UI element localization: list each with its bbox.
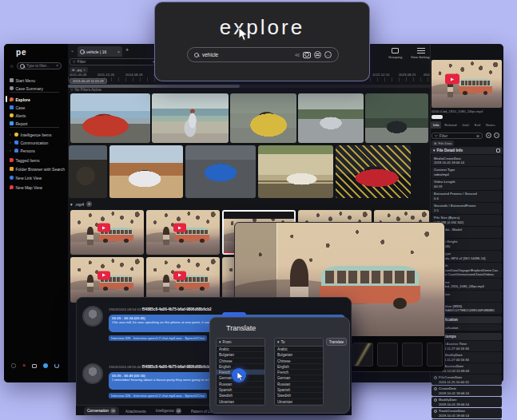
result-thumb-forest-road-car[interactable] [365, 93, 428, 143]
to-language-option[interactable]: Ukrainian [275, 399, 323, 405]
play-icon[interactable] [445, 74, 459, 85]
result-thumb-red-classic-car[interactable] [70, 93, 150, 143]
clear-filter-icon[interactable]: ⊗ [476, 134, 479, 138]
sidebar-item-new-map-view[interactable]: New Map View [10, 184, 66, 191]
content-filter-input[interactable]: ▽ Filter ⊗ [70, 58, 159, 65]
result-thumb-silver-car-road[interactable] [298, 93, 364, 143]
toolbar-view-settings-button[interactable]: View Settings [411, 48, 431, 59]
to-language-option[interactable]: Swedish [275, 393, 323, 398]
tab-related[interactable]: Related [442, 121, 459, 129]
expand-icon[interactable]: › [10, 141, 12, 145]
video-group-header[interactable]: ▾ .mp4 8 [70, 201, 92, 207]
transcript-source-tag[interactable]: Interview 326 - Interview speech 2 chat.… [109, 393, 207, 398]
sidebar-filter-input[interactable]: Type to filter... × [17, 62, 62, 69]
filmstrip-frame[interactable] [377, 343, 398, 367]
result-thumb-red-sports-car[interactable] [336, 145, 411, 198]
tab-exif[interactable]: Exif [472, 121, 483, 129]
filmstrip-frame[interactable] [352, 343, 373, 367]
result-thumb-yellow-car[interactable] [230, 93, 296, 143]
filmstrip-frame[interactable] [402, 343, 423, 367]
tab-attachments[interactable]: Attachments [122, 408, 149, 415]
close-tool-icon[interactable]: × [22, 363, 26, 368]
translate-to-list[interactable]: ▾To Arabic Bulgarian Chinese English Fre… [274, 338, 324, 406]
from-language-option[interactable]: Spanish [217, 387, 264, 393]
sidebar-item-case-summary[interactable]: Case Summary [10, 85, 66, 92]
face-search-icon[interactable] [314, 51, 321, 58]
sidebar-item-intelligence-items[interactable]: ›Intelligence Items [10, 131, 66, 138]
expand-icon[interactable]: › [10, 133, 12, 137]
clear-chip-icon[interactable]: ⊗ [434, 141, 437, 145]
close-tab-icon[interactable]: × [117, 50, 120, 54]
sidebar-item-folder-browser[interactable]: Folder Browser with Search [10, 165, 66, 172]
sidebar-item-alerts[interactable]: Alerts [10, 112, 66, 119]
video-thumb-bus-sunset[interactable] [146, 210, 220, 255]
tab-info[interactable]: Info [431, 121, 441, 129]
remove-chip-icon[interactable]: × [83, 68, 85, 72]
favorites-star-icon[interactable]: ☆ [10, 63, 14, 69]
to-language-option[interactable]: German [275, 375, 323, 381]
to-language-option[interactable]: English [275, 364, 323, 370]
from-list-header[interactable]: ▾From [217, 339, 264, 347]
from-language-option[interactable]: Swedish [217, 393, 264, 398]
to-language-option[interactable]: Arabic [275, 347, 323, 352]
from-language-option[interactable]: Arabic [217, 347, 264, 352]
status-icon[interactable] [43, 363, 48, 368]
clear-filter-icon[interactable]: × [56, 64, 58, 68]
more-options-icon[interactable]: ··· [324, 51, 332, 58]
tab-intel[interactable]: Intel [459, 121, 471, 129]
to-language-option[interactable]: Bulgarian [275, 352, 323, 358]
detail-filter-input[interactable]: ▽ Filter ⊗ [431, 133, 483, 139]
tab-intelligence[interactable]: Intelligence14 [153, 406, 185, 415]
lock-icon[interactable] [32, 364, 37, 368]
to-list-header[interactable]: ▾To [275, 339, 323, 347]
collapse-icon[interactable]: ▾ [433, 149, 435, 153]
result-thumb-scooter-rider[interactable] [152, 93, 229, 143]
new-tab-button[interactable]: + [125, 47, 129, 53]
video-thumb-bus-sunset[interactable] [70, 210, 144, 255]
detail-video-player[interactable] [431, 60, 502, 108]
explore-search-input[interactable]: vehicle 46 ··· [187, 47, 339, 62]
from-language-option[interactable]: Ukrainian [217, 399, 264, 405]
result-thumb-white-suv-desert[interactable] [109, 145, 183, 198]
file-data-chip[interactable]: ⊗ File Data [431, 141, 454, 146]
to-language-option[interactable]: French [275, 370, 323, 375]
translate-button[interactable]: Translate [326, 338, 347, 346]
sidebar-item-tagged-items[interactable]: Tagged Items [10, 157, 66, 164]
camera-search-icon[interactable] [303, 52, 311, 58]
play-icon[interactable] [173, 224, 186, 232]
sidebar-item-communication[interactable]: ›Communication [10, 139, 66, 146]
to-language-option[interactable]: Spanish [275, 387, 323, 393]
to-language-option[interactable]: Chinese [275, 359, 323, 364]
sync-icon[interactable] [54, 363, 59, 368]
transcript-source-tag[interactable]: Interview 326 - Interview speech 2 chat.… [109, 335, 207, 341]
settings-gear-icon[interactable] [11, 363, 16, 368]
result-thumb-blue-car[interactable] [185, 145, 256, 198]
clear-chip-icon[interactable]: ⊗ [72, 68, 75, 72]
sidebar-item-new-link-view[interactable]: New Link View [10, 174, 66, 181]
video-thumb-bus-sunset[interactable] [146, 257, 220, 303]
export-icon[interactable] [496, 149, 500, 153]
sidebar-item-explore[interactable]: Explore [10, 96, 66, 103]
chevron-down-icon[interactable]: ⌄ [70, 47, 74, 53]
sidebar-item-case[interactable]: Case [10, 104, 66, 111]
filmstrip-frame[interactable] [427, 343, 443, 367]
expand-all-icon[interactable]: + [486, 133, 491, 138]
play-icon[interactable] [97, 224, 110, 232]
filetype-filter-chip[interactable]: ⊗ .jpg × [70, 67, 88, 73]
timeline-selected-date-chip[interactable]: 2013-05-03 11:05:29 [70, 78, 107, 84]
play-icon[interactable] [173, 271, 186, 279]
toolbar-grouping-button[interactable]: Grouping [388, 48, 402, 59]
tab-conversation[interactable]: Conversation18 [84, 406, 119, 415]
tab-notes[interactable]: Notes [483, 121, 497, 129]
sidebar-item-start-menu[interactable]: Start Menu [10, 77, 66, 84]
collapse-all-icon[interactable]: − [494, 133, 499, 138]
collapse-icon[interactable]: ▾ [70, 202, 73, 207]
result-thumb-beige-classic-car[interactable] [258, 145, 333, 198]
from-language-option[interactable]: Russian [217, 382, 264, 387]
video-thumb-bus-sunset[interactable] [70, 257, 144, 303]
play-icon[interactable] [97, 271, 110, 279]
sidebar-item-report[interactable]: Report [10, 120, 66, 127]
from-language-option[interactable]: Bulgarian [217, 352, 264, 358]
expand-icon[interactable]: › [10, 149, 12, 153]
sidebar-item-persons[interactable]: ›Persons [10, 147, 66, 154]
